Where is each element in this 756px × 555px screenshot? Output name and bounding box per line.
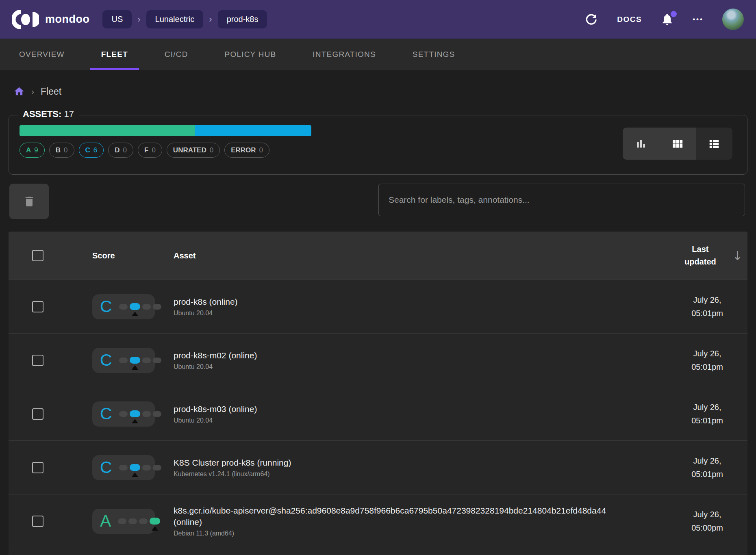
primary-nav-tabs: OVERVIEW FLEET CI/CD POLICY HUB INTEGRAT… — [0, 39, 756, 70]
docs-button[interactable]: DOCS — [617, 15, 642, 24]
table-row[interactable]: C prod-k8s (online) Ubuntu 20.04 July 26… — [9, 280, 747, 333]
score-dot — [153, 465, 161, 470]
nav-tab[interactable]: OVERVIEW — [8, 39, 76, 70]
home-icon — [13, 86, 25, 97]
table-header-row: Score Asset Last updated ↓ — [9, 232, 747, 280]
assets-summary-panel: ASSETS: 17 A 9 B 0 C 6 D 0 F 0 UNRATED 0… — [9, 115, 747, 175]
grade-filter-chip[interactable]: C 6 — [79, 143, 104, 158]
grade-letter: C — [100, 459, 112, 476]
org-chip[interactable]: Lunalectric — [146, 10, 204, 28]
home-breadcrumb-button[interactable] — [13, 86, 25, 97]
trash-icon — [23, 195, 36, 208]
asset-cell: K8S Cluster prod-k8s (running) Kubernete… — [174, 457, 630, 478]
row-checkbox[interactable] — [32, 301, 43, 312]
nav-tab[interactable]: SETTINGS — [402, 39, 466, 70]
more-menu-button[interactable]: ••• — [693, 15, 704, 24]
sort-descending-icon[interactable]: ↓ — [732, 249, 743, 263]
select-all-checkbox[interactable] — [32, 250, 43, 261]
refresh-button[interactable] — [584, 13, 598, 26]
active-score-dot — [130, 464, 140, 471]
region-chip[interactable]: US — [102, 10, 132, 28]
table-row[interactable]: C K8S Cluster prod-k8s (running) Kuberne… — [9, 440, 747, 494]
score-dot — [153, 304, 161, 310]
mondoo-logo: mondoo — [12, 10, 89, 29]
score-scale-dots — [119, 357, 161, 364]
breadcrumb: › Fleet — [9, 84, 747, 99]
asset-name: k8s.gcr.io/kube-apiserver@sha256:ad9608e… — [174, 505, 613, 528]
grade-letter: C — [100, 298, 112, 315]
score-badge: C — [92, 455, 155, 480]
grade-filter-chip[interactable]: ERROR 0 — [224, 143, 269, 158]
org-breadcrumb: US › Lunalectric › prod-k8s — [102, 10, 267, 28]
chevron-right-icon: › — [209, 14, 212, 25]
table-row-partial — [9, 548, 747, 555]
asset-platform: Debian 11.3 (amd64) — [174, 530, 613, 537]
score-dot — [119, 411, 128, 417]
score-scale-dots — [118, 518, 160, 525]
notifications-button[interactable] — [660, 13, 674, 26]
score-dot — [128, 518, 137, 524]
nav-tab[interactable]: CI/CD — [154, 39, 199, 70]
row-checkbox[interactable] — [32, 355, 43, 366]
nav-tab[interactable]: FLEET — [90, 39, 139, 70]
asset-platform: Kubernetes v1.24.1 (linux/arm64) — [174, 470, 613, 478]
chart-view-button[interactable] — [623, 128, 659, 160]
assets-table: Score Asset Last updated ↓ C prod-k8s (o… — [9, 232, 747, 555]
score-dot — [153, 411, 161, 417]
grade-filter-chip[interactable]: D 0 — [108, 143, 133, 158]
list-view-button[interactable] — [696, 128, 732, 160]
grade-filter-chip[interactable]: UNRATED 0 — [167, 143, 220, 158]
grade-letter: C — [100, 405, 112, 422]
grade-filter-chip[interactable]: B 0 — [49, 143, 74, 158]
row-checkbox[interactable] — [32, 462, 43, 473]
grade-filter-chip[interactable]: A 9 — [20, 143, 45, 158]
grade-filter-chip[interactable]: F 0 — [138, 143, 162, 158]
delete-selected-button[interactable] — [9, 184, 49, 219]
score-dot — [119, 358, 128, 363]
active-score-dot — [130, 410, 140, 417]
score-badge: A — [92, 509, 155, 534]
bar-chart-icon — [635, 138, 647, 150]
grade-letter: A — [100, 513, 111, 529]
table-row[interactable]: C prod-k8s-m03 (online) Ubuntu 20.04 Jul… — [9, 387, 747, 440]
chevron-right-icon: › — [31, 87, 34, 96]
ellipsis-icon: ••• — [693, 15, 704, 24]
score-dot — [142, 358, 151, 363]
last-updated-value: July 26, 05:01pm — [691, 293, 723, 320]
view-toggle-group — [623, 128, 732, 160]
score-dot — [119, 465, 128, 470]
assets-count-label: ASSETS: 17 — [18, 109, 79, 119]
page-title: Fleet — [41, 86, 61, 97]
nav-tab[interactable]: INTEGRATIONS — [302, 39, 387, 70]
space-chip[interactable]: prod-k8s — [218, 10, 267, 28]
asset-platform: Ubuntu 20.04 — [174, 417, 613, 424]
asset-cell: k8s.gcr.io/kube-apiserver@sha256:ad9608e… — [174, 505, 630, 538]
grid-icon — [671, 138, 684, 150]
last-updated-column-header: Last updated ↓ — [679, 243, 743, 268]
row-checkbox[interactable] — [32, 408, 43, 420]
score-scale-dots — [119, 464, 161, 471]
asset-platform: Ubuntu 20.04 — [174, 363, 613, 371]
asset-cell: prod-k8s (online) Ubuntu 20.04 — [174, 296, 630, 317]
table-row[interactable]: A k8s.gcr.io/kube-apiserver@sha256:ad960… — [9, 494, 747, 548]
grid-view-button[interactable] — [659, 128, 696, 160]
asset-name: prod-k8s-m02 (online) — [174, 350, 613, 361]
nav-tab[interactable]: POLICY HUB — [214, 39, 287, 70]
last-updated-value: July 26, 05:01pm — [691, 347, 723, 374]
search-input[interactable] — [378, 184, 745, 216]
logo-text: mondoo — [45, 13, 89, 26]
asset-name: prod-k8s (online) — [174, 296, 613, 308]
refresh-icon — [584, 13, 598, 26]
asset-platform: Ubuntu 20.04 — [174, 310, 613, 317]
user-avatar[interactable] — [722, 9, 744, 30]
score-dot — [139, 518, 148, 524]
score-dot — [118, 518, 126, 524]
score-dot — [142, 465, 151, 470]
notification-badge — [671, 11, 677, 17]
app-bar: mondoo US › Lunalectric › prod-k8s DOCS … — [0, 0, 756, 39]
score-badge: C — [92, 348, 155, 373]
table-row[interactable]: C prod-k8s-m02 (online) Ubuntu 20.04 Jul… — [9, 333, 747, 387]
asset-name: prod-k8s-m03 (online) — [174, 403, 613, 415]
row-checkbox[interactable] — [32, 516, 43, 527]
asset-cell: prod-k8s-m03 (online) Ubuntu 20.04 — [174, 403, 630, 424]
